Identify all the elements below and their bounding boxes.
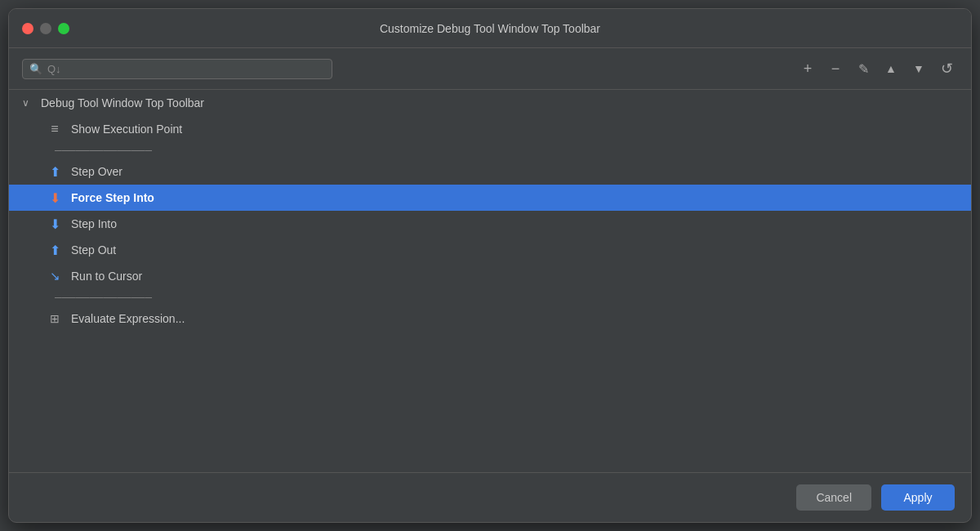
run-to-cursor-icon: ↘ bbox=[47, 268, 63, 284]
evaluate-expression-icon: ⊞ bbox=[47, 310, 63, 327]
list-item[interactable]: ⬆ Step Out bbox=[9, 237, 971, 263]
move-down-button[interactable]: ▼ bbox=[907, 57, 930, 80]
force-step-into-icon: ⬇ bbox=[47, 190, 63, 206]
add-button[interactable]: + bbox=[796, 57, 819, 81]
separator: ────────────── bbox=[9, 289, 971, 306]
reset-button[interactable]: ↺ bbox=[935, 56, 958, 81]
apply-button[interactable]: Apply bbox=[881, 484, 955, 511]
step-out-icon: ⬆ bbox=[47, 242, 63, 258]
footer: Cancel Apply bbox=[9, 472, 971, 522]
cancel-button[interactable]: Cancel bbox=[796, 484, 871, 511]
group-header-label: Debug Tool Window Top Toolbar bbox=[41, 96, 204, 109]
list-item[interactable]: ⬆ Step Over bbox=[9, 158, 971, 185]
items-list: ∨ Debug Tool Window Top Toolbar ≡ Show E… bbox=[9, 90, 971, 472]
item-label: Step Into bbox=[71, 217, 117, 230]
maximize-button[interactable] bbox=[58, 23, 69, 34]
search-box[interactable]: 🔍 bbox=[22, 59, 332, 79]
step-into-icon: ⬇ bbox=[47, 216, 63, 232]
main-window: Customize Debug Tool Window Top Toolbar … bbox=[8, 8, 972, 523]
item-label: Run to Cursor bbox=[71, 270, 142, 283]
item-label: Evaluate Expression... bbox=[71, 312, 185, 325]
window-controls bbox=[22, 23, 69, 34]
remove-button[interactable]: − bbox=[824, 57, 847, 81]
minimize-button[interactable] bbox=[40, 23, 51, 34]
list-item[interactable]: ↘ Run to Cursor bbox=[9, 263, 971, 289]
search-icon: 🔍 bbox=[29, 63, 42, 75]
move-up-button[interactable]: ▲ bbox=[880, 57, 902, 80]
item-label: Show Execution Point bbox=[71, 123, 182, 136]
separator: ────────────── bbox=[9, 142, 971, 158]
search-input[interactable] bbox=[47, 63, 325, 75]
edit-button[interactable]: ✎ bbox=[852, 57, 875, 80]
item-label: Step Over bbox=[71, 165, 122, 178]
title-bar: Customize Debug Tool Window Top Toolbar bbox=[9, 9, 971, 48]
step-over-icon: ⬆ bbox=[47, 163, 63, 180]
list-item[interactable]: ⬇ Step Into bbox=[9, 211, 971, 237]
toolbar: 🔍 + − ✎ ▲ ▼ ↺ bbox=[9, 48, 971, 90]
show-execution-point-icon: ≡ bbox=[47, 121, 63, 137]
separator-label: ────────────── bbox=[55, 292, 152, 303]
list-item[interactable]: ⊞ Evaluate Expression... bbox=[9, 306, 971, 332]
chevron-down-icon: ∨ bbox=[22, 97, 29, 109]
window-title: Customize Debug Tool Window Top Toolbar bbox=[380, 22, 600, 35]
list-item[interactable]: ⬇ Force Step Into bbox=[9, 185, 971, 211]
item-label: Step Out bbox=[71, 243, 116, 257]
close-button[interactable] bbox=[22, 23, 33, 34]
item-label: Force Step Into bbox=[71, 191, 154, 204]
separator-label: ────────────── bbox=[55, 145, 152, 156]
list-item[interactable]: ≡ Show Execution Point bbox=[9, 116, 971, 142]
group-header: ∨ Debug Tool Window Top Toolbar bbox=[9, 90, 971, 116]
